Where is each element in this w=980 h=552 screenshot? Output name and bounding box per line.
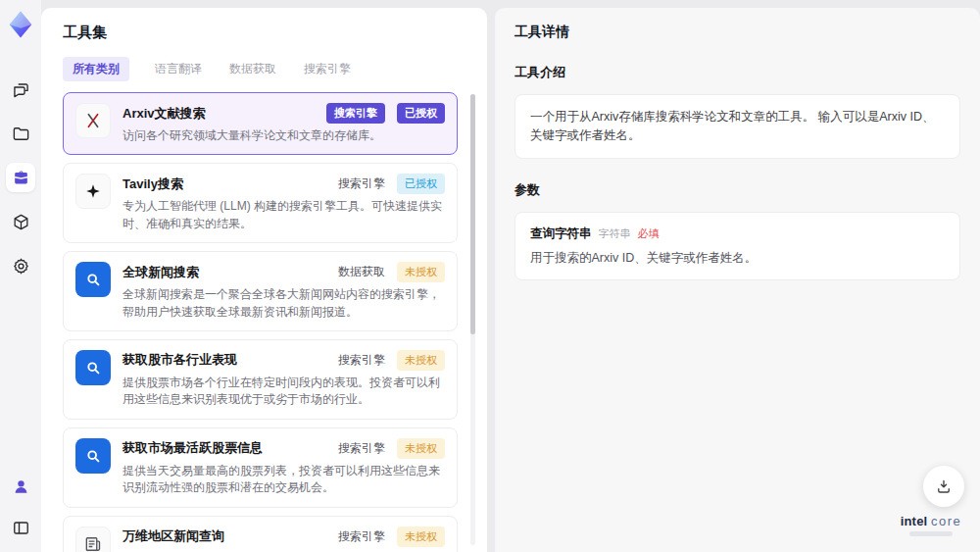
tool-auth-badge: 未授权 xyxy=(397,262,445,282)
tool-category-label: 搜索引擎 xyxy=(338,176,385,192)
sidebar xyxy=(0,0,41,552)
tool-name: 获取市场最活跃股票信息 xyxy=(122,439,263,457)
brand-intel-text: intel xyxy=(901,514,928,528)
tool-list: Arxiv文献搜索 搜索引擎 已授权 访问各个研究领域大量科学论文和文章的存储库… xyxy=(63,92,467,552)
tool-description: 提供股票市场各个行业在特定时间段内的表现。投资者可以利用这些信息来识别表现优于或… xyxy=(122,375,445,409)
tool-category-label: 数据获取 xyxy=(338,264,385,280)
params-heading: 参数 xyxy=(514,181,960,199)
tool-auth-badge: 未授权 xyxy=(397,438,445,459)
tool-name: 万维地区新闻查询 xyxy=(122,527,224,545)
tool-auth-badge: 未授权 xyxy=(397,350,445,371)
brand-core-text: core xyxy=(931,514,961,528)
folder-icon[interactable] xyxy=(6,119,35,148)
sidebar-bottom xyxy=(6,472,35,542)
page-title: 工具集 xyxy=(63,24,467,42)
list-scrollbar[interactable] xyxy=(470,94,475,545)
brand-subtext-placeholder xyxy=(909,531,953,536)
detail-title: 工具详情 xyxy=(514,24,960,41)
param-description: 用于搜索的Arxiv ID、关键字或作者姓名。 xyxy=(530,250,945,267)
param-name: 查询字符串 xyxy=(530,226,592,242)
list-scrollbar-thumb[interactable] xyxy=(470,94,475,334)
param-type: 字符串 xyxy=(599,226,631,241)
blue-search-icon xyxy=(75,262,111,297)
tool-list-item[interactable]: Tavily搜索 搜索引擎 已授权 专为人工智能代理 (LLM) 构建的搜索引擎… xyxy=(63,163,458,243)
tavily-star-icon xyxy=(75,174,111,209)
app-logo[interactable] xyxy=(6,10,35,39)
briefcase-icon[interactable] xyxy=(6,163,35,192)
intro-card: 一个用于从Arxiv存储库搜索科学论文和文章的工具。 输入可以是Arxiv ID… xyxy=(514,94,960,159)
sidebar-nav xyxy=(6,75,35,280)
tool-description: 专为人工智能代理 (LLM) 构建的搜索引擎工具。可快速提供实时、准确和真实的结… xyxy=(122,198,445,232)
tool-list-panel: 工具集 所有类别 语言翻译 数据获取 搜索引擎 Arxiv文献搜索 搜索引擎 已… xyxy=(41,8,487,552)
tool-category-label: 搜索引擎 xyxy=(338,440,385,457)
tool-list-item[interactable]: Arxiv文献搜索 搜索引擎 已授权 访问各个研究领域大量科学论文和文章的存储库… xyxy=(63,92,458,155)
tool-list-item[interactable]: 获取股市各行业表现 搜索引擎 未授权 提供股票市场各个行业在特定时间段内的表现。… xyxy=(63,339,458,420)
tool-auth-badge: 已授权 xyxy=(397,174,445,194)
tool-category-label: 搜索引擎 xyxy=(338,352,385,369)
tool-auth-badge: 未授权 xyxy=(397,527,445,547)
tool-category-label: 搜索引擎 xyxy=(338,528,385,545)
panel-toggle-icon[interactable] xyxy=(6,513,35,542)
tool-name: 全球新闻搜索 xyxy=(122,264,199,281)
tab-all-categories[interactable]: 所有类别 xyxy=(63,57,129,81)
tool-detail-panel: 工具详情 工具介绍 一个用于从Arxiv存储库搜索科学论文和文章的工具。 输入可… xyxy=(495,8,980,552)
intel-core-logo: intel core xyxy=(896,514,966,536)
tab-data-fetch[interactable]: 数据获取 xyxy=(227,57,278,81)
tool-name: Arxiv文献搜索 xyxy=(122,105,206,123)
gear-icon[interactable] xyxy=(6,251,35,280)
param-card: 查询字符串 字符串 必填 用于搜索的Arxiv ID、关键字或作者姓名。 xyxy=(514,212,960,280)
tool-auth-badge: 已授权 xyxy=(397,103,445,124)
tab-search-engine[interactable]: 搜索引擎 xyxy=(302,57,353,81)
tool-description: 提供当天交易量最高的股票列表，投资者可以利用这些信息来识别流动性强的股票和潜在的… xyxy=(122,463,445,497)
chat-icon[interactable] xyxy=(6,75,35,104)
cube-icon[interactable] xyxy=(6,207,35,236)
tool-category-badge: 搜索引擎 xyxy=(326,103,385,124)
tool-list-item[interactable]: 获取市场最活跃股票信息 搜索引擎 未授权 提供当天交易量最高的股票列表，投资者可… xyxy=(63,427,458,508)
download-button[interactable] xyxy=(923,466,964,507)
tool-list-item[interactable]: 全球新闻搜索 数据获取 未授权 全球新闻搜索是一个聚合全球各大新闻网站内容的搜索… xyxy=(63,251,458,331)
intro-heading: 工具介绍 xyxy=(514,64,960,81)
download-icon xyxy=(935,477,953,495)
param-required-flag: 必填 xyxy=(638,226,660,241)
tab-language-translation[interactable]: 语言翻译 xyxy=(153,57,204,81)
intro-text: 一个用于从Arxiv存储库搜索科学论文和文章的工具。 输入可以是Arxiv ID… xyxy=(530,108,945,145)
tool-description: 全球新闻搜索是一个聚合全球各大新闻网站内容的搜索引擎，帮助用户快速获取全球最新资… xyxy=(122,286,445,321)
blue-search-icon xyxy=(75,350,111,385)
arxiv-logo-icon xyxy=(75,103,111,138)
tool-list-item[interactable]: 万维地区新闻查询 搜索引擎 未授权 查询具体行政区划内的新闻，快速了解各地新闻动 xyxy=(63,516,458,552)
tool-name: Tavily搜索 xyxy=(122,176,183,193)
tool-description: 访问各个研究领域大量科学论文和文章的存储库。 xyxy=(122,127,445,144)
user-avatar-icon[interactable] xyxy=(6,472,35,501)
blue-search-icon xyxy=(75,438,111,474)
tool-name: 获取股市各行业表现 xyxy=(122,351,237,369)
newspaper-icon xyxy=(75,527,111,552)
category-tabs: 所有类别 语言翻译 数据获取 搜索引擎 xyxy=(63,57,467,81)
